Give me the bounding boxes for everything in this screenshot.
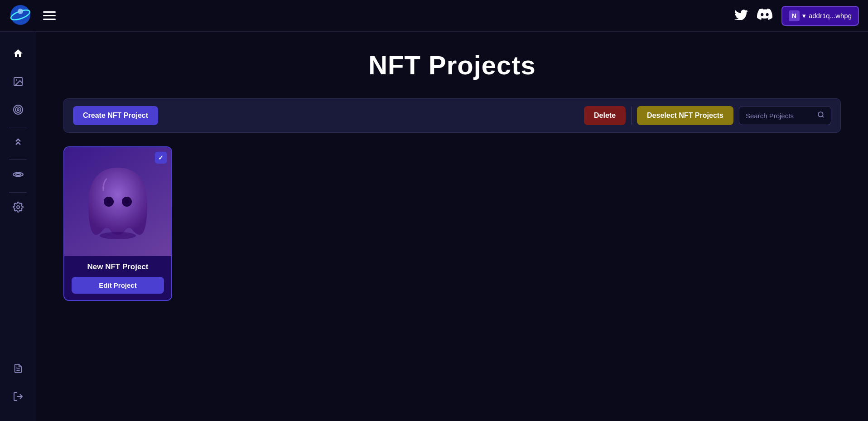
layout: NFT Projects Create NFT Project Delete D… bbox=[0, 32, 868, 421]
search-input[interactable] bbox=[746, 112, 814, 120]
sidebar-item-exit[interactable] bbox=[0, 384, 36, 412]
nft-card-name: New NFT Project bbox=[72, 262, 164, 271]
image-icon bbox=[13, 76, 24, 90]
nft-card-image: ✓ bbox=[64, 147, 171, 256]
delete-button[interactable]: Delete bbox=[584, 106, 626, 125]
sidebar-item-home[interactable] bbox=[0, 41, 36, 69]
svg-point-6 bbox=[15, 107, 21, 112]
cards-grid: ✓ New NFT Project Edit Project bbox=[63, 146, 841, 301]
nft-card-info: New NFT Project Edit Project bbox=[64, 256, 171, 300]
nft-card-new-nft-project[interactable]: ✓ New NFT Project Edit Project bbox=[63, 146, 172, 301]
docs-icon bbox=[13, 363, 23, 377]
card-checkbox[interactable]: ✓ bbox=[155, 152, 167, 164]
logo[interactable] bbox=[9, 4, 32, 28]
svg-point-9 bbox=[15, 174, 20, 175]
deselect-nft-projects-button[interactable]: Deselect NFT Projects bbox=[637, 106, 733, 125]
wallet-button[interactable]: N ▾ addr1q...whpg bbox=[781, 6, 859, 26]
sidebar bbox=[0, 32, 36, 421]
n-logo: N bbox=[789, 10, 800, 21]
header-left bbox=[9, 4, 58, 28]
svg-point-12 bbox=[17, 206, 19, 208]
svg-point-22 bbox=[125, 199, 129, 204]
header: N ▾ addr1q...whpg bbox=[0, 0, 868, 32]
settings-icon bbox=[13, 202, 24, 215]
svg-point-20 bbox=[106, 199, 111, 204]
toolbar: Create NFT Project Delete Deselect NFT P… bbox=[63, 98, 841, 133]
svg-point-7 bbox=[17, 109, 19, 111]
sidebar-divider-2 bbox=[9, 159, 27, 160]
exit-icon bbox=[13, 391, 24, 405]
sidebar-item-target[interactable] bbox=[0, 97, 36, 125]
toolbar-divider bbox=[631, 106, 632, 125]
svg-point-2 bbox=[18, 9, 23, 14]
sidebar-item-settings[interactable] bbox=[0, 194, 36, 223]
sidebar-item-docs[interactable] bbox=[0, 356, 36, 384]
svg-point-16 bbox=[818, 112, 823, 117]
discord-icon[interactable] bbox=[757, 8, 772, 23]
wallet-address: addr1q...whpg bbox=[809, 12, 852, 19]
svg-point-4 bbox=[16, 79, 17, 81]
sidebar-item-boost[interactable] bbox=[0, 129, 36, 157]
chevrons-up-icon bbox=[13, 136, 24, 150]
edit-project-button[interactable]: Edit Project bbox=[72, 277, 164, 294]
spool-icon bbox=[12, 169, 24, 183]
search-box bbox=[739, 106, 831, 125]
sidebar-item-gallery[interactable] bbox=[0, 69, 36, 97]
hamburger-button[interactable] bbox=[41, 9, 58, 22]
page-title: NFT Projects bbox=[63, 50, 841, 80]
home-icon bbox=[13, 48, 24, 62]
sidebar-item-spool[interactable] bbox=[0, 161, 36, 190]
target-icon bbox=[13, 104, 24, 118]
main-content: NFT Projects Create NFT Project Delete D… bbox=[36, 32, 868, 421]
svg-point-18 bbox=[100, 232, 136, 239]
sidebar-bottom bbox=[0, 356, 36, 412]
sidebar-divider-3 bbox=[9, 192, 27, 193]
create-nft-project-button[interactable]: Create NFT Project bbox=[73, 106, 158, 125]
sidebar-divider-1 bbox=[9, 127, 27, 127]
svg-line-17 bbox=[822, 116, 824, 117]
search-icon bbox=[817, 111, 825, 120]
chevron-icon: ▾ bbox=[802, 12, 806, 20]
header-right: N ▾ addr1q...whpg bbox=[734, 6, 859, 26]
twitter-icon[interactable] bbox=[734, 8, 748, 23]
